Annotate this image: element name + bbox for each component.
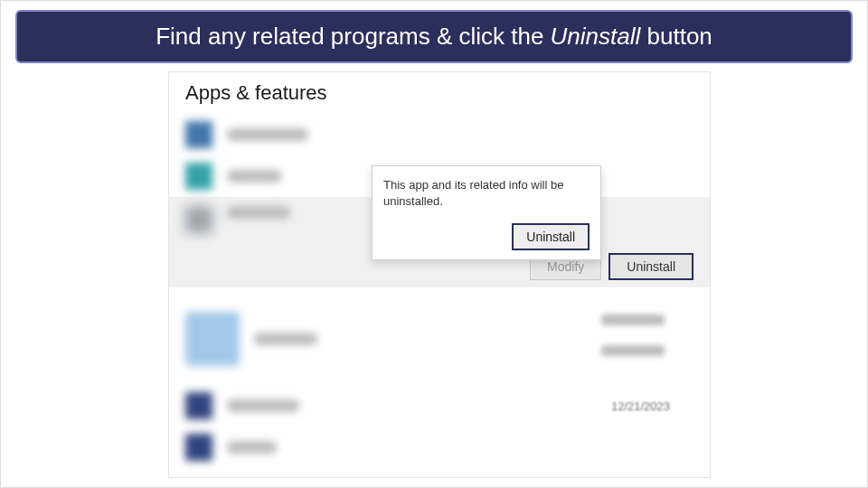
app-name-blurred [227,399,299,412]
app-icon [185,312,240,366]
app-icon [185,434,212,461]
app-list-item[interactable] [169,298,710,380]
app-list-item[interactable] [169,114,710,155]
app-install-date: 12/21/2023 [611,399,670,413]
instruction-banner: Find any related programs & click the Un… [15,10,853,63]
app-icon [185,121,212,148]
app-name-blurred [227,170,281,183]
app-icon [185,206,212,233]
app-name-blurred [227,128,308,141]
app-name-blurred [227,441,277,454]
banner-text-prefix: Find any related programs & click the [156,23,550,50]
app-date-blurred [601,314,665,325]
uninstall-button[interactable]: Uninstall [609,253,693,280]
apps-features-panel: Apps & features Modify Uninstall [168,71,711,478]
app-name-blurred [254,333,317,345]
app-name-blurred [227,206,290,219]
app-list-item[interactable]: 12/21/2023 [169,385,710,427]
uninstall-confirm-button[interactable]: Uninstall [512,223,590,250]
app-list-item[interactable] [169,427,710,468]
page-title: Apps & features [169,76,710,114]
app-size-blurred [601,345,665,356]
app-icon [185,392,212,419]
app-icon [185,163,212,190]
tutorial-slide: Find any related programs & click the Un… [0,0,868,488]
banner-text-emphasis: Uninstall [551,23,641,50]
banner-text-suffix: button [640,23,712,50]
uninstall-confirm-flyout: This app and its related info will be un… [372,165,601,260]
uninstall-confirm-message: This app and its related info will be un… [383,177,590,209]
